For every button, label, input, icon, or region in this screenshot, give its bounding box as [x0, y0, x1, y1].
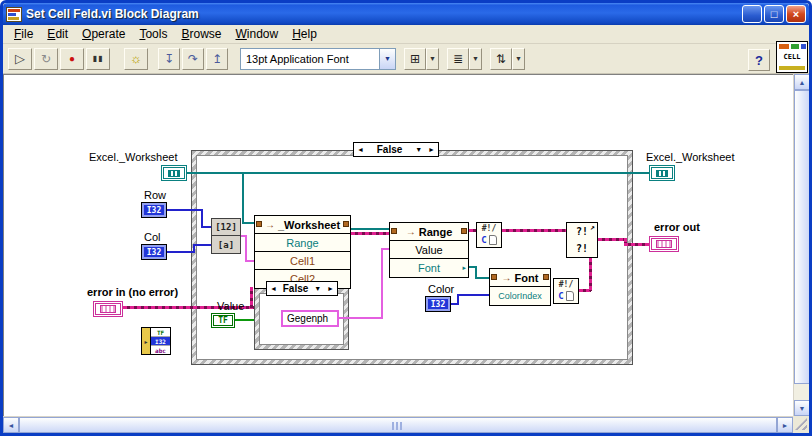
value-terminal[interactable]: TF	[211, 313, 235, 328]
minimize-button[interactable]: _	[742, 5, 762, 23]
font-selector-dropdown-icon[interactable]: ▼	[380, 48, 396, 70]
wire-value-boolean[interactable]	[235, 319, 254, 321]
case-prev-icon[interactable]: ◄	[267, 285, 280, 292]
align-objects-button[interactable]: ⊞	[404, 48, 426, 70]
wire-value-string[interactable]	[339, 317, 383, 319]
pause-button[interactable]: ▮▮	[86, 48, 110, 70]
menu-edit[interactable]: Edit	[40, 25, 75, 43]
wire-cell-string[interactable]	[245, 235, 247, 262]
close-button[interactable]: ×	[786, 5, 806, 23]
vertical-scrollbar[interactable]: ▲ ▼	[793, 74, 809, 416]
row-terminal[interactable]: I32	[141, 202, 167, 218]
step-out-button[interactable]: ↥	[206, 48, 228, 70]
wire-error[interactable]	[351, 232, 389, 235]
wire-error[interactable]	[598, 238, 626, 241]
invoke-row-cell1[interactable]: Cell1	[255, 252, 350, 270]
maximize-button[interactable]: □	[764, 5, 784, 23]
menu-help[interactable]: Help	[285, 25, 324, 43]
case-next-icon[interactable]: ►	[324, 285, 337, 292]
reorder-button[interactable]: ⇅	[490, 48, 512, 70]
wire-error[interactable]	[502, 229, 566, 232]
case-prev-icon[interactable]: ◄	[354, 146, 367, 153]
index-convert-node[interactable]: [12] [a]	[211, 218, 241, 254]
block-diagram-canvas[interactable]: ◄ False ▼ ► ◄ False ▼ ► Excel._Worksheet…	[3, 74, 793, 416]
abort-button[interactable]: ●	[60, 48, 84, 70]
wire-color[interactable]	[457, 294, 491, 296]
property-row-value[interactable]: Value	[390, 241, 468, 259]
error-in-terminal[interactable]	[93, 301, 123, 317]
minimize-icon: _	[749, 11, 755, 23]
wire-value-string[interactable]	[381, 248, 383, 319]
titlebar[interactable]: Set Cell Feld.vi Block Diagram _ □ ×	[3, 3, 809, 25]
scroll-down-button[interactable]: ▼	[794, 400, 810, 416]
excel-worksheet-left-terminal[interactable]	[161, 165, 187, 181]
vertical-scrollbar-thumb[interactable]	[794, 90, 810, 384]
variant-convert-node[interactable]: #!/ C	[553, 278, 579, 304]
property-row-colorindex[interactable]: ColorIndex	[490, 287, 550, 305]
invoke-node-header[interactable]: → _Worksheet	[255, 216, 350, 234]
step-into-icon: ↧	[164, 52, 174, 66]
wire-error[interactable]	[469, 229, 476, 232]
property-node-title: Range	[419, 226, 453, 238]
context-help-button[interactable]: ?	[748, 49, 770, 71]
case-next-icon[interactable]: ►	[425, 146, 438, 153]
invoke-row-range[interactable]: Range	[255, 234, 350, 252]
step-over-button[interactable]: ↷	[182, 48, 204, 70]
property-node-range[interactable]: → Range Value Font ▸	[389, 222, 469, 278]
wire-worksheet-refnum[interactable]	[242, 172, 244, 224]
menu-window[interactable]: Window	[228, 25, 285, 43]
error-out-terminal[interactable]	[649, 236, 679, 252]
property-node-header[interactable]: → Font	[490, 269, 550, 287]
wire-worksheet-refnum[interactable]	[187, 172, 649, 174]
align-dropdown-icon[interactable]: ▼	[426, 48, 439, 70]
error-cluster-node[interactable]: ▸ TF I32 abc	[141, 327, 171, 355]
scroll-up-button[interactable]: ▲	[794, 74, 810, 90]
scroll-right-button[interactable]: ►	[777, 417, 793, 433]
run-continuous-button[interactable]: ↻	[34, 48, 58, 70]
distribute-objects-dropdown[interactable]: ≣ ▼	[447, 48, 482, 70]
wire-row[interactable]	[167, 209, 203, 211]
scrollbar-grip-icon	[392, 422, 404, 430]
case-selector-inner[interactable]: ◄ False ▼ ►	[266, 281, 338, 296]
menu-file[interactable]: File	[7, 25, 40, 43]
wire-error[interactable]	[250, 287, 253, 309]
variant-convert-node[interactable]: #!/ C	[476, 222, 502, 248]
col-terminal[interactable]: I32	[141, 244, 167, 260]
reorder-dropdown-icon[interactable]: ▼	[512, 48, 525, 70]
case-dropdown-icon[interactable]: ▼	[311, 285, 324, 292]
font-selector[interactable]: 13pt Application Font ▼	[240, 48, 396, 70]
menu-operate[interactable]: Operate	[75, 25, 132, 43]
merge-errors-node[interactable]: ?! ↗ ?!	[566, 222, 598, 258]
font-selector-value[interactable]: 13pt Application Font	[240, 48, 380, 70]
resize-grip[interactable]	[793, 416, 809, 432]
string-constant[interactable]: Gegenph	[281, 310, 339, 327]
invoke-node-worksheet[interactable]: → _Worksheet Range Cell1 Cell2	[254, 215, 351, 289]
reorder-dropdown[interactable]: ⇅ ▼	[490, 48, 525, 70]
wire-color[interactable]	[457, 295, 459, 305]
case-selector-outer[interactable]: ◄ False ▼ ►	[353, 142, 439, 157]
excel-worksheet-right-terminal[interactable]	[649, 165, 675, 181]
step-into-button[interactable]: ↧	[158, 48, 180, 70]
wire-col[interactable]	[193, 244, 213, 246]
horizontal-scrollbar-thumb[interactable]	[19, 417, 777, 433]
property-row-font[interactable]: Font ▸	[390, 259, 468, 277]
wire-error[interactable]	[589, 258, 592, 291]
property-node-font[interactable]: → Font ColorIndex	[489, 268, 551, 306]
align-objects-dropdown[interactable]: ⊞ ▼	[404, 48, 439, 70]
property-node-header[interactable]: → Range	[390, 223, 468, 241]
color-terminal[interactable]: I32	[425, 296, 451, 312]
wire-col[interactable]	[167, 251, 195, 253]
wire-range-refnum[interactable]	[351, 228, 389, 230]
vi-icon[interactable]: CELL	[776, 41, 808, 73]
horizontal-scrollbar[interactable]: ◄ ►	[3, 416, 793, 432]
distribute-dropdown-icon[interactable]: ▼	[469, 48, 482, 70]
menu-browse[interactable]: Browse	[174, 25, 228, 43]
menu-tools[interactable]: Tools	[132, 25, 174, 43]
highlight-execution-button[interactable]: ☼	[124, 48, 148, 70]
distribute-objects-button[interactable]: ≣	[447, 48, 469, 70]
wire-error[interactable]	[624, 243, 651, 246]
refnum-glyph-icon	[656, 170, 668, 177]
scroll-left-button[interactable]: ◄	[3, 417, 19, 433]
case-dropdown-icon[interactable]: ▼	[412, 146, 425, 153]
run-button[interactable]: ▷	[8, 48, 32, 70]
